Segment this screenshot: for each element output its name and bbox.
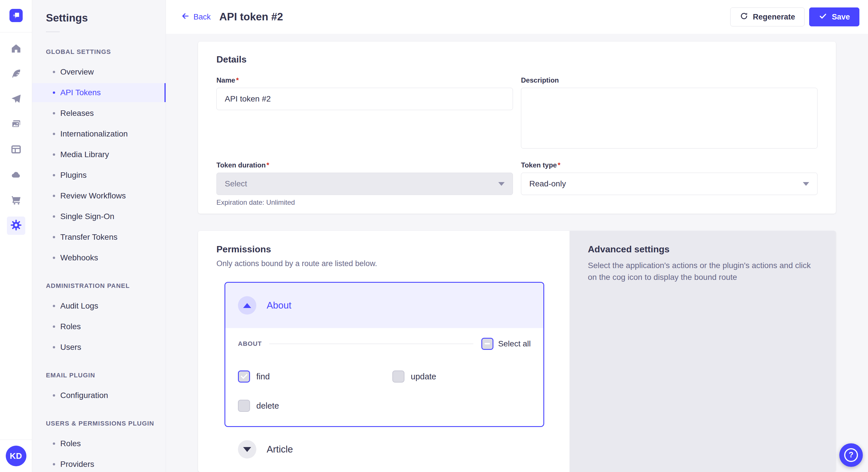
name-field[interactable] (216, 88, 513, 110)
advanced-settings-description: Select the application's actions or the … (588, 260, 817, 283)
section-label-users-permissions-plugin: USERS & PERMISSIONS PLUGIN (46, 420, 166, 427)
save-button[interactable]: Save (809, 7, 859, 26)
find-checkbox[interactable] (238, 370, 250, 382)
sidebar-item-admin-roles[interactable]: Roles (32, 317, 166, 336)
bullet-icon (53, 215, 55, 217)
sidebar-item-webhooks[interactable]: Webhooks (32, 248, 166, 267)
details-form-row-1: Name* Description (216, 76, 817, 150)
sidebar-item-single-sign-on[interactable]: Single Sign-On (32, 207, 166, 226)
delete-checkbox[interactable] (238, 400, 250, 412)
bullet-icon (53, 92, 55, 94)
bullet-icon (53, 133, 55, 135)
feather-icon (11, 68, 22, 80)
rail-item-content[interactable] (7, 65, 25, 83)
about-actions-grid: find update delete (238, 370, 531, 412)
home-icon (11, 43, 22, 55)
permissions-panel: Permissions Only actions bound by a rout… (198, 231, 569, 472)
token-type-label: Token type* (521, 161, 817, 169)
sidebar-item-api-tokens[interactable]: API Tokens (32, 83, 166, 102)
token-duration-label: Token duration* (216, 161, 513, 169)
select-all-checkbox[interactable] (482, 338, 493, 350)
update-checkbox[interactable] (392, 370, 404, 382)
bullet-icon (53, 394, 55, 397)
accordion-about: About ABOUT Select all (224, 282, 544, 427)
required-asterisk: * (236, 76, 239, 84)
bullet-icon (53, 305, 55, 307)
token-type-select[interactable]: Read-only (521, 173, 817, 195)
sidebar-item-releases[interactable]: Releases (32, 104, 166, 123)
accordion-about-body: ABOUT Select all find (225, 328, 544, 426)
divider (46, 32, 60, 32)
expiration-helper-text: Expiration date: Unlimited (216, 198, 513, 206)
avatar[interactable]: KD (6, 446, 26, 466)
bullet-icon (53, 154, 55, 156)
sidebar-item-overview[interactable]: Overview (32, 63, 166, 81)
permission-item-delete: delete (238, 400, 392, 412)
main-area: Back API token #2 Regenerate Save Detail… (166, 0, 868, 472)
workspace-logo[interactable] (0, 0, 32, 32)
bullet-icon (53, 236, 55, 238)
name-field-group: Name* (216, 76, 513, 150)
section-label-administration-panel: ADMINISTRATION PANEL (46, 282, 166, 290)
find-label: find (256, 372, 270, 381)
sidebar-item-email-configuration[interactable]: Configuration (32, 386, 166, 405)
accordion-about-header[interactable]: About (225, 283, 544, 328)
accordion-about-title: About (267, 300, 291, 311)
chevron-down-icon (803, 182, 809, 186)
permissions-card: Permissions Only actions bound by a rout… (198, 231, 836, 472)
sidebar-item-admin-users[interactable]: Users (32, 338, 166, 357)
rail-item-settings[interactable] (7, 216, 25, 235)
rail-item-media-library[interactable] (7, 115, 25, 134)
sidebar-item-media-library[interactable]: Media Library (32, 145, 166, 164)
token-type-field-group: Token type* Read-only (521, 161, 817, 206)
sidebar-item-review-workflows[interactable]: Review Workflows (32, 187, 166, 205)
sidebar-item-plugins[interactable]: Plugins (32, 166, 166, 185)
sidebar-title: Settings (46, 12, 166, 24)
question-mark-icon: ? (844, 448, 858, 462)
rail-item-home[interactable] (7, 40, 25, 58)
layout-icon (11, 144, 22, 156)
nav-list-global-settings: Overview API Tokens Releases Internation… (46, 63, 166, 267)
bullet-icon (53, 174, 55, 176)
token-duration-select: Select (216, 173, 513, 195)
sidebar-item-audit-logs[interactable]: Audit Logs (32, 297, 166, 315)
accordion-article-title: Article (267, 444, 293, 455)
collapse-toggle-button[interactable] (238, 296, 256, 314)
advanced-settings-panel: Advanced settings Select the application… (569, 231, 836, 472)
description-field-group: Description (521, 76, 817, 150)
sidebar-item-internationalization[interactable]: Internationalization (32, 125, 166, 143)
rail-nav (0, 32, 32, 235)
bullet-icon (53, 326, 55, 328)
select-all-control: Select all (482, 338, 531, 350)
sidebar-item-up-roles[interactable]: Roles (32, 434, 166, 453)
rail-item-marketplace[interactable] (7, 191, 25, 210)
permissions-subtitle: Only actions bound by a route are listed… (216, 259, 551, 268)
accordion-article-header[interactable]: Article (224, 440, 544, 459)
rail-item-content-type-builder[interactable] (7, 141, 25, 159)
permissions-title: Permissions (216, 244, 551, 255)
token-duration-field-group: Token duration* Select Expiration date: … (216, 161, 513, 206)
help-button[interactable]: ? (839, 443, 863, 467)
sidebar-item-transfer-tokens[interactable]: Transfer Tokens (32, 228, 166, 247)
paper-plane-icon (11, 94, 22, 105)
content-area: Details Name* Description Token duration… (166, 34, 868, 472)
bullet-icon (53, 346, 55, 348)
rail-item-deploy[interactable] (7, 90, 25, 109)
chevron-up-icon (243, 303, 251, 308)
expand-toggle-button[interactable] (238, 440, 256, 459)
required-asterisk: * (267, 161, 269, 169)
check-icon (818, 12, 827, 22)
about-group-row: ABOUT Select all (238, 338, 531, 350)
regenerate-button[interactable]: Regenerate (730, 7, 805, 26)
nav-list-email-plugin: Configuration (46, 386, 166, 405)
arrow-left-icon (181, 11, 190, 23)
media-library-icon (11, 119, 22, 131)
page-title: API token #2 (219, 11, 283, 23)
sidebar-item-up-providers[interactable]: Providers (32, 455, 166, 472)
rail-item-cloud[interactable] (7, 166, 25, 184)
update-label: update (411, 372, 436, 381)
description-field[interactable] (521, 88, 817, 148)
back-link[interactable]: Back (181, 11, 211, 23)
chevron-down-icon (498, 182, 505, 186)
nav-list-administration-panel: Audit Logs Roles Users (46, 297, 166, 357)
